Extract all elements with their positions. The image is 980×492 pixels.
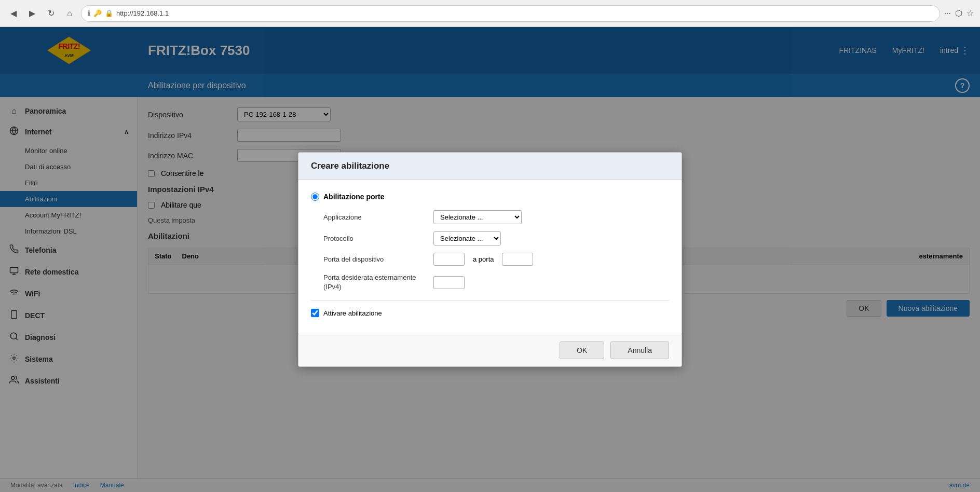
reload-button[interactable]: ↻	[44, 6, 58, 21]
lock-icon: 🔒	[105, 9, 113, 17]
dialog-porta-to-input[interactable]	[502, 253, 533, 266]
back-button[interactable]: ◀	[6, 6, 21, 21]
pocket-icon[interactable]: ⬡	[955, 8, 962, 18]
dialog-porta-desiderata-row: Porta desiderata esternamente (IPv4)	[311, 273, 669, 292]
browser-chrome: ◀ ▶ ↻ ⌂ ℹ 🔑 🔒 http://192.168.1.1 ··· ⬡ ☆	[0, 0, 980, 27]
attivare-row: Attivare abilitazione	[311, 309, 669, 317]
dialog-applicazione-select[interactable]: Selezionate ...	[433, 210, 522, 224]
dialog-header: Creare abilitazione	[298, 153, 682, 180]
dialog-porta-from-input[interactable]	[433, 253, 465, 266]
dialog-porta-desiderata-input[interactable]	[433, 276, 465, 289]
more-icon[interactable]: ···	[944, 9, 951, 18]
dialog-protocollo-select[interactable]: Selezionate ...	[433, 231, 501, 245]
dialog-porta-dispositivo-label: Porta del dispositivo	[323, 255, 427, 263]
dialog-protocollo-row: Protocollo Selezionate ...	[311, 231, 669, 245]
radio-porte-label: Abilitazione porte	[323, 193, 384, 201]
radio-row-porte: Abilitazione porte	[311, 193, 669, 201]
radio-porte[interactable]	[311, 193, 319, 201]
dialog-separator	[311, 300, 669, 300]
url-text: http://192.168.1.1	[116, 9, 933, 17]
dialog-title: Creare abilitazione	[311, 161, 389, 171]
dialog-applicazione-label: Applicazione	[323, 213, 427, 221]
dialog-porta-dispositivo-row: Porta del dispositivo a porta	[311, 253, 669, 266]
dialog-body: Abilitazione porte Applicazione Selezion…	[298, 180, 682, 334]
address-bar[interactable]: ℹ 🔑 🔒 http://192.168.1.1	[81, 5, 940, 22]
dialog-annulla-button[interactable]: Annulla	[610, 341, 669, 359]
dialog-protocollo-label: Protocollo	[323, 235, 427, 242]
attivare-checkbox[interactable]	[311, 309, 319, 317]
forward-button[interactable]: ▶	[25, 6, 39, 21]
key-icon: 🔑	[93, 9, 102, 17]
info-icon: ℹ	[88, 9, 90, 17]
attivare-label: Attivare abilitazione	[323, 309, 382, 317]
dialog-overlay: Creare abilitazione Abilitazione porte A…	[0, 27, 980, 492]
star-icon[interactable]: ☆	[967, 8, 974, 18]
dialog-applicazione-row: Applicazione Selezionate ...	[311, 210, 669, 224]
dialog-porta-desiderata-label: Porta desiderata esternamente (IPv4)	[323, 273, 427, 292]
home-button[interactable]: ⌂	[62, 6, 77, 21]
dialog-footer: OK Annulla	[298, 334, 682, 366]
browser-actions: ··· ⬡ ☆	[944, 8, 974, 18]
dialog-ok-button[interactable]: OK	[560, 341, 604, 359]
create-abilitazione-dialog: Creare abilitazione Abilitazione porte A…	[298, 152, 682, 367]
a-porta-text: a porta	[473, 255, 494, 263]
